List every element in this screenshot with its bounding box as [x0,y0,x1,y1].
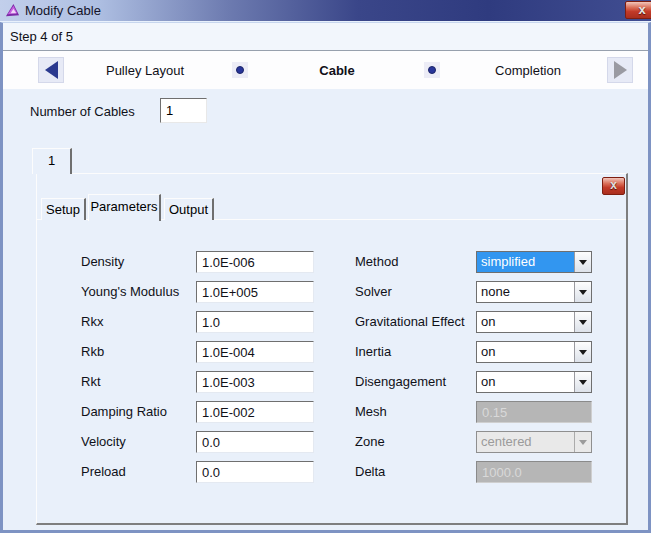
window-close-button[interactable]: x [625,1,651,19]
title-bar: Modify Cable x [0,0,651,22]
wizard-nav: Pulley Layout Cable Completion [3,51,648,89]
field-input-rkx[interactable] [196,311,314,333]
dialog-body: Step 4 of 5 Pulley Layout Cable Completi… [0,22,651,533]
step-indicator: Step 4 of 5 [3,23,648,51]
field-dropdown-gravitational-effect[interactable]: on [476,311,592,333]
arrow-right-icon [614,61,627,79]
field-label-velocity: Velocity [81,431,126,453]
field-input-rkb[interactable] [196,341,314,363]
number-of-cables-input[interactable] [160,98,207,123]
field-dropdown-method[interactable]: simplified [476,251,592,273]
wizard-prev-button[interactable] [38,57,64,83]
wizard-dot-icon [424,62,440,78]
chevron-down-icon[interactable] [574,312,591,332]
field-label-zone: Zone [355,431,385,453]
tab-output[interactable]: Output [164,198,214,220]
field-label-disengagement: Disengagement [355,371,446,393]
chevron-down-icon[interactable] [574,372,591,392]
field-input-rkt[interactable] [196,371,314,393]
cable-index-tab[interactable]: 1 [32,148,72,174]
arrow-left-icon [45,61,58,79]
dropdown-value: centered [477,432,574,452]
field-label-density: Density [81,251,124,273]
chevron-down-icon[interactable] [574,342,591,362]
modify-cable-dialog: Modify Cable x Step 4 of 5 Pulley Layout… [0,0,651,533]
field-input-damping-ratio[interactable] [196,401,314,423]
wizard-dot-icon [232,62,248,78]
wizard-step-current: Cable [287,63,387,78]
dropdown-value: on [477,312,574,332]
field-label-mesh: Mesh [355,401,387,423]
field-label-preload: Preload [81,461,126,483]
window-title: Modify Cable [25,3,101,18]
panel-close-button[interactable]: x [602,177,625,195]
chevron-down-icon[interactable] [574,252,591,272]
field-dropdown-disengagement[interactable]: on [476,371,592,393]
dropdown-value: on [477,372,574,392]
field-label-gravitational-effect: Gravitational Effect [355,311,465,333]
field-input-mesh [476,401,592,423]
tab-parameters[interactable]: Parameters [88,194,161,221]
field-label-inertia: Inertia [355,341,391,363]
field-label-damping-ratio: Damping Ratio [81,401,167,423]
field-label-solver: Solver [355,281,392,303]
wizard-next-button[interactable] [607,57,633,83]
field-label-rkx: Rkx [81,311,103,333]
dropdown-value: on [477,342,574,362]
field-dropdown-zone: centered [476,431,592,453]
app-icon [5,3,20,18]
dropdown-value: simplified [477,252,574,272]
tab-setup[interactable]: Setup [41,198,86,220]
field-dropdown-inertia[interactable]: on [476,341,592,363]
field-label-rkb: Rkb [81,341,104,363]
field-label-young-s-modulus: Young's Modulus [81,281,179,303]
chevron-down-icon [574,432,591,452]
field-input-velocity[interactable] [196,431,314,453]
field-input-delta [476,461,592,483]
field-label-delta: Delta [355,461,385,483]
field-input-young-s-modulus[interactable] [196,281,314,303]
cable-panel: x Setup Parameters Output DensityYoung's… [36,173,628,525]
field-label-rkt: Rkt [81,371,101,393]
field-dropdown-solver[interactable]: none [476,281,592,303]
chevron-down-icon[interactable] [574,282,591,302]
wizard-step-prev[interactable]: Pulley Layout [85,63,205,78]
number-of-cables-label: Number of Cables [30,104,135,119]
dropdown-value: none [477,282,574,302]
wizard-step-next[interactable]: Completion [468,63,588,78]
field-input-density[interactable] [196,251,314,273]
field-label-method: Method [355,251,398,273]
field-input-preload[interactable] [196,461,314,483]
